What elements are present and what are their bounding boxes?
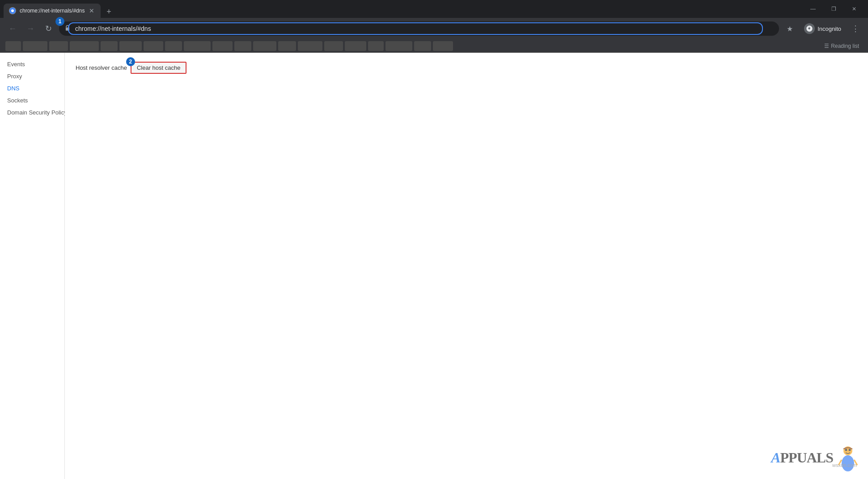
title-bar: chrome://net-internals/#dns ✕ + — ❐ ✕ bbox=[0, 0, 868, 18]
sidebar-item-sockets[interactable]: Sockets bbox=[0, 94, 64, 106]
bookmark-item[interactable] bbox=[23, 41, 47, 51]
sidebar-item-events-label: Events bbox=[7, 61, 25, 68]
host-resolver-label: Host resolver cache bbox=[76, 64, 127, 71]
forward-button[interactable]: → bbox=[23, 21, 38, 36]
refresh-button[interactable]: ↻ bbox=[41, 21, 55, 36]
sidebar-item-proxy-label: Proxy bbox=[7, 73, 22, 80]
new-tab-button[interactable]: + bbox=[102, 5, 115, 18]
active-tab[interactable]: chrome://net-internals/#dns ✕ bbox=[4, 4, 101, 18]
svg-point-5 bbox=[845, 449, 847, 451]
bookmark-item[interactable] bbox=[298, 41, 322, 51]
watermark-ppuals: PPUALS bbox=[780, 449, 833, 466]
sidebar-item-domain-security-policy-label: Domain Security Policy bbox=[7, 109, 67, 116]
content-area: Host resolver cache 2 Clear host cache A… bbox=[65, 53, 868, 479]
watermark-domain: wsxdn.com bbox=[832, 462, 857, 468]
bookmark-item[interactable] bbox=[278, 41, 296, 51]
bookmark-item[interactable] bbox=[144, 41, 163, 51]
sidebar: Events Proxy DNS Sockets Domain Security… bbox=[0, 53, 65, 479]
tab-close-button[interactable]: ✕ bbox=[88, 7, 95, 14]
main-layout: Events Proxy DNS Sockets Domain Security… bbox=[0, 53, 868, 479]
maximize-button[interactable]: ❐ bbox=[823, 2, 844, 16]
bookmark-item[interactable] bbox=[165, 41, 182, 51]
sidebar-item-domain-security-policy[interactable]: Domain Security Policy bbox=[0, 106, 64, 119]
bookmark-item[interactable] bbox=[385, 41, 412, 51]
incognito-icon bbox=[804, 23, 815, 34]
tab-favicon-icon bbox=[9, 7, 16, 14]
sidebar-item-dns[interactable]: DNS bbox=[0, 82, 64, 94]
annotation-badge-2: 2 bbox=[126, 57, 135, 66]
incognito-label: Incognito bbox=[817, 25, 841, 32]
bookmark-item[interactable] bbox=[70, 41, 99, 51]
back-button[interactable]: ← bbox=[5, 21, 20, 36]
bookmark-item[interactable] bbox=[234, 41, 251, 51]
address-bar-container: 1 bbox=[59, 21, 779, 36]
sidebar-item-dns-label: DNS bbox=[7, 85, 19, 92]
reading-list-button[interactable]: ☰ Reading list bbox=[821, 42, 863, 50]
close-button[interactable]: ✕ bbox=[844, 2, 864, 16]
address-input[interactable] bbox=[59, 21, 779, 36]
bookmark-item[interactable] bbox=[49, 41, 68, 51]
bookmark-button[interactable]: ★ bbox=[783, 21, 797, 36]
sidebar-item-proxy[interactable]: Proxy bbox=[0, 70, 64, 82]
clear-host-cache-button[interactable]: Clear host cache bbox=[131, 62, 187, 74]
tab-title: chrome://net-internals/#dns bbox=[20, 8, 85, 14]
svg-rect-2 bbox=[66, 28, 69, 31]
bookmark-item[interactable] bbox=[433, 41, 453, 51]
menu-button[interactable]: ⋮ bbox=[848, 21, 863, 36]
bookmark-item[interactable] bbox=[345, 41, 366, 51]
lock-icon bbox=[64, 25, 71, 33]
watermark-logo: APPUALS bbox=[771, 449, 833, 466]
sidebar-item-sockets-label: Sockets bbox=[7, 97, 28, 104]
bookmark-item[interactable] bbox=[212, 41, 233, 51]
incognito-button[interactable]: Incognito bbox=[799, 21, 847, 36]
bookmark-item[interactable] bbox=[414, 41, 431, 51]
reading-list-icon: ☰ bbox=[824, 43, 829, 49]
svg-point-1 bbox=[11, 9, 14, 12]
bookmark-item[interactable] bbox=[368, 41, 384, 51]
nav-right-area: ★ Incognito ⋮ bbox=[783, 21, 863, 36]
bookmark-item[interactable] bbox=[101, 41, 118, 51]
bookmarks-bar: ☰ Reading list bbox=[0, 39, 868, 53]
navigation-bar: ← → ↻ 1 ★ Incognito ⋮ bbox=[0, 18, 868, 39]
svg-point-6 bbox=[849, 449, 851, 451]
bookmark-item[interactable] bbox=[253, 41, 276, 51]
tab-area: chrome://net-internals/#dns ✕ + bbox=[4, 0, 115, 18]
sidebar-item-events[interactable]: Events bbox=[0, 58, 64, 70]
clear-cache-button-wrapper: 2 Clear host cache bbox=[131, 62, 187, 74]
watermark-a: A bbox=[771, 449, 780, 466]
minimize-button[interactable]: — bbox=[803, 2, 823, 16]
annotation-badge-1: 1 bbox=[55, 17, 64, 26]
bookmark-item[interactable] bbox=[5, 41, 21, 51]
bookmark-item[interactable] bbox=[324, 41, 343, 51]
window-controls: — ❐ ✕ bbox=[803, 2, 864, 16]
watermark: APPUALS wsxdn.com bbox=[771, 445, 859, 470]
reading-list-label: Reading list bbox=[831, 43, 859, 49]
bookmark-item[interactable] bbox=[184, 41, 211, 51]
bookmark-item[interactable] bbox=[119, 41, 142, 51]
dns-section: Host resolver cache 2 Clear host cache bbox=[76, 62, 857, 74]
